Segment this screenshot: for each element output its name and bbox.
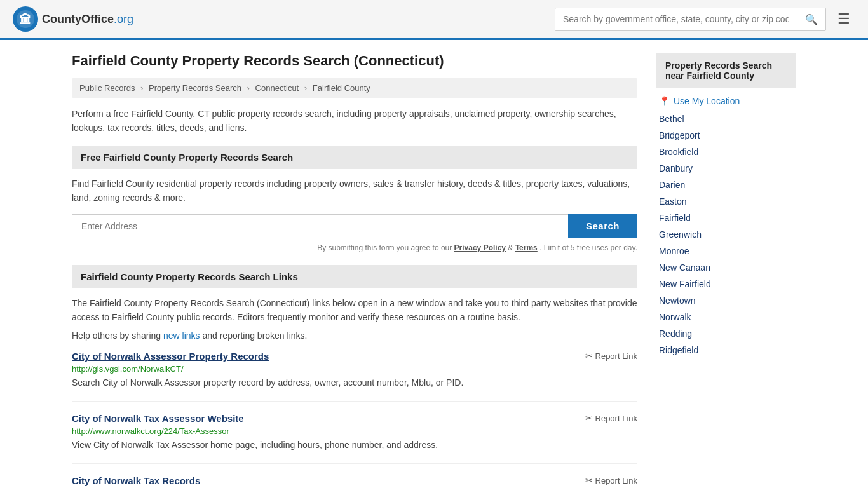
- report-link-button[interactable]: ✂ Report Link: [585, 475, 637, 485]
- free-search-header: Free Fairfield County Property Records S…: [72, 146, 637, 169]
- link-item: City of Norwalk Tax Records ✂ Report Lin…: [72, 475, 637, 488]
- breadcrumb-property-records[interactable]: Property Records Search: [149, 83, 241, 93]
- list-item: New Fairfield: [659, 279, 794, 289]
- sidebar-city-bethel[interactable]: Bethel: [659, 114, 684, 124]
- terms-link[interactable]: Terms: [515, 243, 538, 252]
- list-item: Ridgefield: [659, 345, 794, 355]
- header: 🏛 CountyOffice.org 🔍 ☰: [0, 0, 868, 40]
- sidebar-city-darien[interactable]: Darien: [659, 180, 685, 190]
- sidebar-city-brookfield[interactable]: Brookfield: [659, 147, 698, 157]
- report-icon: ✂: [585, 351, 593, 361]
- svg-text:🏛: 🏛: [20, 13, 31, 26]
- link-item-desc: View City of Norwalk Tax Assessor home p…: [72, 438, 637, 452]
- link-title-norwalk-assessor[interactable]: City of Norwalk Assessor Property Record…: [72, 351, 269, 362]
- global-search-bar: 🔍: [555, 8, 826, 31]
- report-link-button[interactable]: ✂ Report Link: [585, 351, 637, 361]
- link-item: City of Norwalk Tax Assessor Website ✂ R…: [72, 413, 637, 464]
- sidebar-city-redding[interactable]: Redding: [659, 329, 692, 339]
- content-area: Fairfield County Property Records Search…: [72, 53, 637, 488]
- use-my-location-link[interactable]: Use My Location: [674, 96, 740, 106]
- breadcrumb: Public Records › Property Records Search…: [72, 78, 637, 98]
- links-section: Fairfield County Property Records Search…: [72, 265, 637, 488]
- sidebar-links: Bethel Bridgeport Brookfield Danbury Dar…: [656, 114, 796, 355]
- list-item: New Canaan: [659, 262, 794, 273]
- report-link-button[interactable]: ✂ Report Link: [585, 413, 637, 423]
- breadcrumb-connecticut[interactable]: Connecticut: [255, 83, 299, 93]
- sidebar-city-new-fairfield[interactable]: New Fairfield: [659, 279, 711, 289]
- pin-icon: 📍: [659, 96, 670, 106]
- sidebar-location: 📍 Use My Location: [656, 96, 796, 106]
- link-item-title: City of Norwalk Tax Assessor Website: [72, 413, 244, 424]
- logo-area: 🏛 CountyOffice.org: [13, 6, 133, 32]
- list-item: Danbury: [659, 163, 794, 173]
- sidebar-city-norwalk[interactable]: Norwalk: [659, 312, 691, 322]
- link-item-header: City of Norwalk Tax Records ✂ Report Lin…: [72, 475, 637, 486]
- list-item: Bridgeport: [659, 130, 794, 140]
- list-item: Bethel: [659, 114, 794, 124]
- privacy-policy-link[interactable]: Privacy Policy: [454, 243, 506, 252]
- link-item-desc: Search City of Norwalk Assessor property…: [72, 376, 637, 390]
- links-section-header: Fairfield County Property Records Search…: [72, 265, 637, 288]
- address-search-form: Search: [72, 214, 637, 238]
- sidebar-city-danbury[interactable]: Danbury: [659, 163, 693, 173]
- global-search-button[interactable]: 🔍: [797, 8, 825, 30]
- new-links-link[interactable]: new links: [163, 330, 200, 341]
- sidebar-city-ridgefield[interactable]: Ridgefield: [659, 345, 698, 355]
- sidebar-city-greenwich[interactable]: Greenwich: [659, 229, 702, 240]
- link-item-header: City of Norwalk Assessor Property Record…: [72, 351, 637, 362]
- breadcrumb-sep-3: ›: [304, 83, 307, 93]
- list-item: Redding: [659, 329, 794, 339]
- sidebar-header: Property Records Search near Fairfield C…: [656, 53, 796, 88]
- link-item-header: City of Norwalk Tax Assessor Website ✂ R…: [72, 413, 637, 424]
- link-item-url: http://www.norwalkct.org/224/Tax-Assesso…: [72, 426, 637, 436]
- sidebar: Property Records Search near Fairfield C…: [656, 53, 796, 488]
- logo-icon: 🏛: [13, 6, 38, 32]
- list-item: Darien: [659, 180, 794, 190]
- links-description: The Fairfield County Property Records Se…: [72, 296, 637, 325]
- hamburger-button[interactable]: ☰: [832, 8, 855, 30]
- list-item: Greenwich: [659, 229, 794, 240]
- breadcrumb-public-records[interactable]: Public Records: [79, 83, 135, 93]
- main-container: Fairfield County Property Records Search…: [53, 40, 815, 488]
- sidebar-city-new-canaan[interactable]: New Canaan: [659, 262, 710, 273]
- sidebar-city-fairfield[interactable]: Fairfield: [659, 213, 691, 223]
- global-search-input[interactable]: [555, 9, 797, 29]
- free-search-description: Find Fairfield County residential proper…: [72, 177, 637, 205]
- breadcrumb-sep-2: ›: [247, 83, 250, 93]
- sidebar-city-easton[interactable]: Easton: [659, 196, 687, 207]
- share-links-text: Help others by sharing new links and rep…: [72, 330, 637, 341]
- sidebar-city-monroe[interactable]: Monroe: [659, 246, 689, 256]
- report-icon: ✂: [585, 475, 593, 485]
- list-item: Easton: [659, 196, 794, 207]
- breadcrumb-fairfield-county[interactable]: Fairfield County: [313, 83, 370, 93]
- intro-description: Perform a free Fairfield County, CT publ…: [72, 107, 637, 135]
- address-search-button[interactable]: Search: [568, 214, 637, 238]
- report-icon: ✂: [585, 413, 593, 423]
- list-item: Newtown: [659, 295, 794, 306]
- logo-text: CountyOffice.org: [42, 13, 133, 26]
- link-item-url: http://gis.vgsi.com/NorwalkCT/: [72, 364, 637, 374]
- list-item: Brookfield: [659, 147, 794, 157]
- page-title: Fairfield County Property Records Search…: [72, 53, 637, 69]
- address-input[interactable]: [72, 214, 568, 238]
- sidebar-city-newtown[interactable]: Newtown: [659, 295, 696, 306]
- link-title-norwalk-tax-records[interactable]: City of Norwalk Tax Records: [72, 475, 200, 486]
- sidebar-city-bridgeport[interactable]: Bridgeport: [659, 130, 700, 140]
- breadcrumb-sep-1: ›: [140, 83, 143, 93]
- free-search-section: Free Fairfield County Property Records S…: [72, 146, 637, 252]
- link-item-title: City of Norwalk Assessor Property Record…: [72, 351, 269, 362]
- form-disclaimer: By submitting this form you agree to our…: [72, 243, 637, 252]
- list-item: Norwalk: [659, 312, 794, 322]
- list-item: Fairfield: [659, 213, 794, 223]
- list-item: Monroe: [659, 246, 794, 256]
- link-item: City of Norwalk Assessor Property Record…: [72, 351, 637, 402]
- link-title-norwalk-tax-assessor[interactable]: City of Norwalk Tax Assessor Website: [72, 413, 244, 424]
- header-right: 🔍 ☰: [555, 8, 855, 31]
- link-item-title: City of Norwalk Tax Records: [72, 475, 200, 486]
- search-icon: 🔍: [805, 14, 818, 25]
